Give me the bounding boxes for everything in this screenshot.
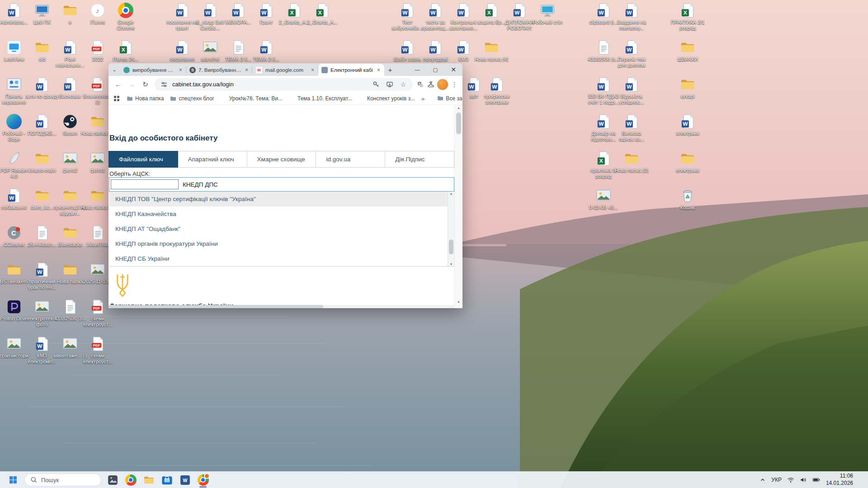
acsk-search-input[interactable] bbox=[111, 179, 179, 189]
svg-text:X: X bbox=[318, 9, 322, 16]
browser-tab[interactable]: S7. Випробування в× bbox=[186, 64, 252, 76]
back-icon[interactable]: ← bbox=[112, 78, 124, 90]
taskbar-app-chrome-active[interactable] bbox=[195, 472, 211, 488]
forward-icon[interactable]: → bbox=[126, 78, 138, 90]
desktop-icon[interactable]: Робочий стіл bbox=[530, 3, 565, 25]
wifi-icon[interactable] bbox=[787, 476, 794, 483]
page-horizontal-scrollbar[interactable] bbox=[108, 305, 455, 308]
close-button[interactable]: ✕ bbox=[444, 63, 462, 76]
taskbar-app-file-explorer[interactable] bbox=[141, 472, 156, 488]
desktop-icon[interactable]: 0-02-05 «В... bbox=[586, 188, 621, 211]
profile-avatar-icon[interactable] bbox=[437, 79, 448, 90]
tax-cabinet-icon bbox=[321, 67, 328, 73]
desktop-icon[interactable]: XiTunes 24... bbox=[108, 40, 143, 62]
bookmark-star-icon[interactable]: ☆ bbox=[399, 80, 408, 89]
scroll-thumb[interactable] bbox=[456, 113, 461, 134]
desktop-icon[interactable]: Нова папка (4) bbox=[474, 40, 509, 62]
dropdown-option[interactable]: КНЕДП Казначейства bbox=[109, 206, 454, 221]
desktop-icon[interactable]: Wэлектрики bbox=[670, 114, 705, 136]
passwords-key-icon[interactable] bbox=[372, 80, 381, 89]
desktop-icon[interactable]: XПРАКТИКА 2/1 розряд bbox=[670, 3, 705, 31]
tab-close-icon[interactable]: × bbox=[178, 67, 183, 73]
browser-tab[interactable]: Електронний кабі× bbox=[318, 64, 384, 76]
scroll-up-icon[interactable]: ▲ bbox=[448, 192, 454, 195]
login-tab-active[interactable]: Файловий ключ bbox=[108, 151, 178, 168]
desktop-icon[interactable]: WТЕМА 3 К... bbox=[249, 40, 283, 62]
desktop-icon[interactable]: Кошик bbox=[670, 188, 705, 211]
login-tab-inactive[interactable]: id.gov.ua bbox=[316, 151, 385, 168]
language-indicator[interactable]: УКР bbox=[771, 477, 782, 483]
desktop-icon[interactable]: електрики bbox=[670, 151, 705, 174]
taskbar-app-photos[interactable] bbox=[105, 472, 120, 488]
desktop-icon[interactable]: X2_Grants_A... bbox=[305, 3, 340, 25]
volume-icon[interactable] bbox=[800, 476, 807, 483]
login-tab-inactive[interactable]: Хмарне сховище bbox=[247, 151, 316, 168]
maximize-button[interactable]: ▢ bbox=[426, 63, 444, 76]
bookmark-item[interactable]: спецтехн блог bbox=[170, 95, 214, 102]
bookmark-item[interactable]: Урок№76. Тема: Ви... bbox=[221, 95, 283, 102]
start-button[interactable] bbox=[5, 473, 21, 487]
taskbar-app-store[interactable] bbox=[159, 472, 175, 488]
tab-close-icon[interactable]: × bbox=[310, 67, 315, 73]
taskbar-app-word[interactable]: W bbox=[177, 472, 193, 488]
tab-search-icon[interactable]: ⌄ bbox=[108, 64, 120, 76]
extensions-icon[interactable] bbox=[426, 80, 435, 89]
login-tab-inactive[interactable]: Апаратний ключ bbox=[178, 151, 247, 168]
desktop-icon[interactable]: кухарі bbox=[670, 77, 705, 99]
dropdown-option[interactable]: КНЕДП АТ "Ощадбанк" bbox=[109, 221, 454, 236]
scroll-up-icon[interactable]: ▲ bbox=[455, 106, 462, 109]
install-icon[interactable] bbox=[385, 80, 394, 89]
taskbar-search[interactable]: Пошук bbox=[24, 474, 101, 486]
bookmarks-overflow-icon[interactable]: » bbox=[421, 95, 425, 102]
svg-text:PDF: PDF bbox=[93, 306, 100, 310]
bookmark-item[interactable]: Конспект уроків з... bbox=[359, 95, 415, 102]
file-icon bbox=[34, 225, 50, 240]
menu-kebab-icon[interactable]: ⋮ bbox=[450, 81, 459, 88]
battery-icon[interactable] bbox=[812, 476, 821, 483]
reload-icon[interactable]: ↻ bbox=[139, 78, 151, 90]
desktop-icon[interactable]: Нова папка (3) bbox=[614, 151, 649, 174]
desktop-icon[interactable]: WВиписка оцінок за... bbox=[614, 114, 649, 142]
acsk-combobox[interactable]: КНЕДП ДПС bbox=[109, 177, 454, 192]
hidden-icons-chevron[interactable] bbox=[760, 477, 766, 483]
desktop-icon[interactable]: WВідомість успішнос... bbox=[614, 77, 649, 105]
all-bookmarks-label: Все закладки bbox=[446, 95, 462, 102]
dropdown-scrollbar[interactable]: ▲ ▼ bbox=[448, 192, 454, 266]
browser-tab[interactable]: Mmail.google.com× bbox=[252, 64, 318, 76]
desktop-icon-label: Виписка оцінок за... bbox=[614, 131, 649, 142]
desktop-icon-label: Google Chrome bbox=[108, 19, 143, 31]
all-bookmarks-button[interactable]: Все закладки bbox=[437, 95, 462, 102]
desktop-icon[interactable]: WЗавдання на поетапну... bbox=[614, 3, 649, 31]
tab-close-icon[interactable]: × bbox=[376, 67, 381, 73]
dropdown-option[interactable]: КНЕДП органів прокуратури України bbox=[109, 236, 454, 251]
desktop-icon[interactable]: PDFсхеми електроуст... bbox=[80, 336, 115, 365]
minimize-button[interactable]: — bbox=[408, 63, 426, 76]
translate-icon[interactable]: A bbox=[416, 80, 425, 89]
desktop-icon[interactable]: WПерелік тем для диплом bbox=[614, 40, 649, 68]
notification-badge bbox=[204, 473, 210, 479]
bookmark-item[interactable]: Нова папка bbox=[127, 95, 164, 102]
new-tab-button[interactable]: + bbox=[384, 64, 396, 76]
taskbar-app-chrome[interactable] bbox=[123, 472, 138, 488]
scroll-down-icon[interactable]: ▼ bbox=[455, 300, 462, 304]
desktop-icon[interactable]: Wпрофессии электрики bbox=[480, 77, 514, 105]
apps-grid-icon[interactable] bbox=[113, 94, 120, 103]
bookmark-item[interactable]: Тема 1.10. Експлуат... bbox=[289, 95, 352, 102]
login-tab-inactive[interactable]: Дія.Підпис bbox=[385, 151, 454, 168]
svg-text:W: W bbox=[492, 84, 497, 90]
scroll-thumb[interactable] bbox=[449, 239, 453, 254]
desktop-icon[interactable]: Google Chrome bbox=[108, 3, 143, 31]
clock[interactable]: 11:06 14.01.2026 bbox=[826, 473, 853, 487]
scroll-down-icon[interactable]: ▼ bbox=[448, 263, 454, 266]
tab-close-icon[interactable]: × bbox=[244, 67, 249, 73]
browser-tab[interactable]: випробування еле× bbox=[120, 64, 186, 76]
address-bar[interactable]: cabinet.tax.gov.ua/login ☆ bbox=[155, 78, 413, 91]
dropdown-option[interactable]: КНЕДП СБ України bbox=[109, 251, 454, 266]
scroll-thumb[interactable] bbox=[108, 305, 323, 308]
desktop-icon[interactable]: ШВАЧКИ bbox=[670, 40, 705, 62]
site-info-icon[interactable] bbox=[160, 80, 169, 89]
page-vertical-scrollbar[interactable]: ▲ ▼ bbox=[454, 105, 462, 308]
svg-text:W: W bbox=[37, 121, 42, 127]
dropdown-option[interactable]: КНЕДП ТОВ "Центр сертифікації ключів "Ук… bbox=[109, 192, 454, 206]
svg-text:W: W bbox=[469, 84, 474, 90]
